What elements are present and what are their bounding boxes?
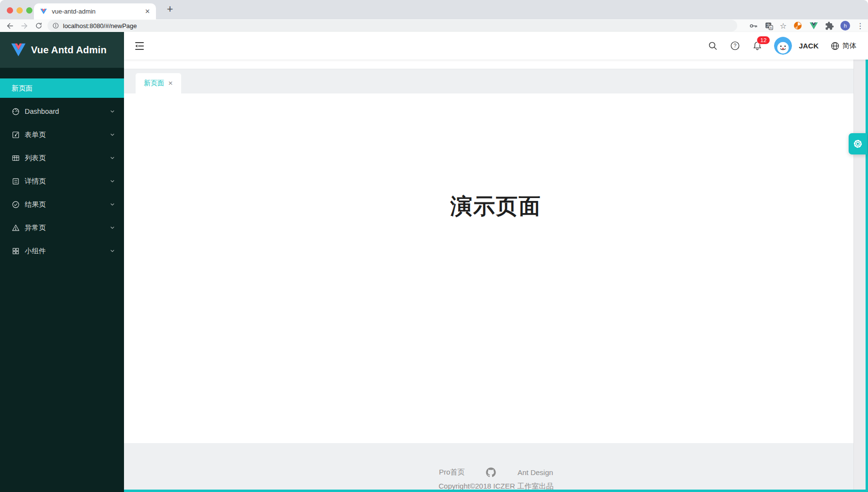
reload-button[interactable] [33,20,45,31]
sidebar-item-forms[interactable]: 表单页 [0,125,124,144]
browser-chrome: vue-antd-admin ✕ + localhost:8080/#/newP… [0,0,868,32]
browser-tab[interactable]: vue-antd-admin ✕ [34,3,156,19]
help-button[interactable]: ? [729,41,740,51]
sidebar-item-results[interactable]: 结果页 [0,195,124,214]
scrollbar-track [853,60,866,492]
vertical-scrollbar-thumb[interactable] [866,33,868,492]
sidebar-item-lists[interactable]: 列表页 [0,148,124,168]
settings-drawer-button[interactable] [849,133,867,154]
sidebar-item-label: 小组件 [25,246,109,256]
sidebar-item-widgets[interactable]: 小组件 [0,241,124,261]
form-icon [12,131,20,139]
toolbar-right: 文A ☆ h ⋮ [749,20,864,31]
profile-icon [12,177,20,185]
browser-profile-avatar[interactable]: h [840,21,850,31]
block-icon [12,247,20,255]
extension-orange-icon[interactable] [793,21,803,31]
extensions-puzzle-icon[interactable] [825,21,834,31]
sidebar-item-label: 异常页 [25,223,109,232]
forward-icon [20,22,29,30]
svg-text:?: ? [733,43,736,48]
sidebar-item-label: 详情页 [25,177,109,186]
back-icon [6,22,14,30]
browser-toolbar: localhost:8080/#/newPage 文A ☆ h ⋮ [0,19,868,32]
tabs-bar-top [124,60,868,69]
sidebar-item-label: 列表页 [25,154,109,163]
chevron-down-icon [109,178,115,184]
app-title: Vue Antd Admin [31,45,107,56]
forward-button[interactable] [18,20,30,31]
check-circle-icon [12,200,20,209]
menu-fold-icon[interactable] [134,40,145,52]
tab-close-icon[interactable]: ✕ [145,8,150,15]
search-icon [708,41,718,51]
globe-icon [830,41,840,51]
page-title: 演示页面 [124,93,868,221]
sidebar-item-label: Dashboard [25,108,109,115]
maximize-window-button[interactable] [26,7,32,14]
horizontal-scrollbar-thumb[interactable] [124,490,868,492]
language-label: 简体 [842,41,856,50]
bookmark-star-icon[interactable]: ☆ [780,21,787,31]
browser-tab-title: vue-antd-admin [52,8,145,15]
footer-links: Pro首页 Ant Design [124,443,868,477]
page-tab-label: 新页面 [144,79,164,88]
sidebar-item-exceptions[interactable]: 异常页 [0,218,124,237]
address-bar[interactable]: localhost:8080/#/newPage [47,20,737,31]
sidebar-item-newpage[interactable]: 新页面 [0,78,124,98]
vue-favicon [40,8,47,15]
app-header: ? 12 JACK 简体 [124,32,868,60]
new-tab-button[interactable]: + [163,2,177,16]
vue-devtools-icon[interactable] [809,21,819,31]
sidebar-item-details[interactable]: 详情页 [0,171,124,191]
language-switcher[interactable]: 简体 [830,41,856,51]
chrome-menu-icon[interactable]: ⋮ [856,21,864,31]
page-content: 演示页面 [124,93,868,443]
user-avatar[interactable] [774,37,792,55]
sidebar-item-label: 新页面 [12,84,115,93]
chevron-down-icon [109,225,115,231]
github-icon[interactable] [486,467,496,477]
avatar-image [774,37,792,55]
chevron-down-icon [109,155,115,161]
sidebar-item-label: 结果页 [25,200,109,209]
chevron-down-icon [109,132,115,138]
sidebar-item-dashboard[interactable]: Dashboard [0,102,124,121]
footer-link-pro-home[interactable]: Pro首页 [439,468,465,477]
table-icon [12,154,20,162]
question-circle-icon: ? [730,41,740,51]
svg-text:A: A [770,26,772,30]
search-button[interactable] [707,41,718,51]
url-text: localhost:8080/#/newPage [63,22,137,30]
chevron-down-icon [109,201,115,207]
chevron-down-icon [109,248,115,254]
vue-logo-icon [11,43,26,57]
gear-icon [852,138,863,149]
reload-icon [35,22,43,30]
username[interactable]: JACK [799,42,819,50]
dashboard-icon [12,108,20,116]
notifications-button[interactable]: 12 [752,41,762,51]
close-window-button[interactable] [7,7,13,14]
footer-link-ant-design[interactable]: Ant Design [517,468,553,477]
chevron-down-icon [109,108,115,114]
sidebar-menu: 新页面 Dashboard 表单页 列表页 详情页 结果页 [0,68,124,261]
sidebar: Vue Antd Admin 新页面 Dashboard 表单页 列表页 详情页 [0,32,124,492]
warning-icon [12,224,20,232]
sidebar-item-label: 表单页 [25,130,109,139]
header-actions: ? 12 JACK 简体 [707,32,856,60]
page-info-icon[interactable] [52,22,59,29]
page-footer: Pro首页 Ant Design Copyright©2018 ICZER 工作… [124,443,868,492]
back-button[interactable] [4,20,16,31]
page-tab-active[interactable]: 新页面 ✕ [136,73,181,93]
browser-tab-strip: vue-antd-admin ✕ + [0,0,868,19]
notification-badge: 12 [757,36,770,45]
page-tab-close-icon[interactable]: ✕ [168,80,173,87]
minimize-window-button[interactable] [16,7,23,14]
translate-icon[interactable]: 文A [764,21,774,31]
tabs-bar: 新页面 ✕ [124,69,868,93]
app-logo[interactable]: Vue Antd Admin [0,32,124,68]
password-key-icon[interactable] [749,21,758,31]
